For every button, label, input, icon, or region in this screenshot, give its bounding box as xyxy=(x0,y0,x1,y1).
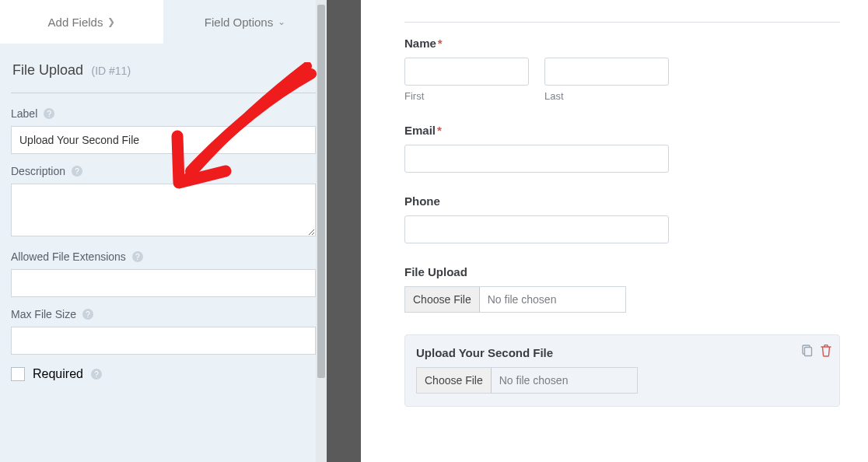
help-icon[interactable]: ? xyxy=(82,309,93,320)
description-row: Description ? xyxy=(11,165,316,177)
no-file-text: No file chosen xyxy=(492,374,576,387)
required-checkbox[interactable] xyxy=(11,367,25,381)
allowed-ext-row: Allowed File Extensions ? xyxy=(11,250,316,263)
description-input[interactable] xyxy=(11,184,316,236)
tab-add-fields[interactable]: Add Fields ❯ xyxy=(0,0,163,44)
file1-label: File Upload xyxy=(404,265,840,278)
required-asterisk: * xyxy=(438,37,443,50)
help-icon[interactable]: ? xyxy=(44,108,54,119)
name-row: First Last xyxy=(404,58,840,102)
phone-label: Phone xyxy=(404,194,840,208)
help-icon[interactable]: ? xyxy=(132,251,143,262)
section-title: File Upload xyxy=(12,62,83,78)
choose-file-button[interactable]: Choose File xyxy=(405,287,480,312)
description-label: Description xyxy=(11,165,65,177)
allowed-ext-input[interactable] xyxy=(11,269,316,297)
card-actions xyxy=(800,345,831,357)
duplicate-icon[interactable] xyxy=(800,345,813,357)
panel-gap xyxy=(327,0,361,462)
required-label: Required xyxy=(33,367,83,381)
section-id: (ID #11) xyxy=(92,65,131,77)
email-input[interactable] xyxy=(404,145,669,173)
required-asterisk: * xyxy=(437,124,442,137)
no-file-text: No file chosen xyxy=(480,293,565,306)
scrollbar-thumb[interactable] xyxy=(317,5,325,378)
max-size-input[interactable] xyxy=(11,327,316,355)
phone-input[interactable] xyxy=(404,215,669,243)
preview-panel: Name* First Last Email* xyxy=(361,0,868,462)
scrollbar[interactable] xyxy=(316,0,327,462)
last-sublabel: Last xyxy=(544,90,669,102)
last-name-input[interactable] xyxy=(544,58,669,86)
form-preview: Name* First Last Email* xyxy=(404,23,840,407)
label-label: Label xyxy=(11,107,37,120)
chevron-down-icon[interactable]: ⌄ xyxy=(305,65,314,77)
field-file-2-selected[interactable]: Upload Your Second File Choose File No f… xyxy=(404,334,840,407)
label-row: Label ? xyxy=(11,107,316,120)
max-size-label: Max File Size xyxy=(11,308,76,320)
field-name: Name* First Last xyxy=(404,37,840,102)
choose-file-button[interactable]: Choose File xyxy=(417,368,492,393)
options-panel: File Upload (ID #11) ⌄ Label ? Descripti… xyxy=(0,44,327,462)
name-label: Name* xyxy=(404,37,840,50)
divider xyxy=(11,93,316,93)
help-icon[interactable]: ? xyxy=(91,369,102,380)
email-label: Email* xyxy=(404,124,840,137)
chevron-right-icon: ❯ xyxy=(107,16,115,27)
app-root: Add Fields ❯ Field Options ⌄ File Upload… xyxy=(0,0,868,462)
section-header[interactable]: File Upload (ID #11) ⌄ xyxy=(11,48,316,85)
first-sublabel: First xyxy=(404,90,529,102)
file2-row: Choose File No file chosen xyxy=(416,367,638,394)
label-input[interactable] xyxy=(11,126,316,154)
left-panel: Add Fields ❯ Field Options ⌄ File Upload… xyxy=(0,0,327,462)
file1-row: Choose File No file chosen xyxy=(404,286,626,313)
allowed-ext-label: Allowed File Extensions xyxy=(11,250,126,263)
file2-label: Upload Your Second File xyxy=(416,346,828,359)
field-email: Email* xyxy=(404,124,840,173)
trash-icon[interactable] xyxy=(821,345,831,357)
max-size-row: Max File Size ? xyxy=(11,308,316,320)
field-file-1: File Upload Choose File No file chosen xyxy=(404,265,840,313)
svg-rect-1 xyxy=(805,348,812,356)
required-row: Required ? xyxy=(11,367,316,381)
tab-field-options[interactable]: Field Options ⌄ xyxy=(163,0,327,44)
tab-add-fields-label: Add Fields xyxy=(48,16,103,29)
chevron-down-icon: ⌄ xyxy=(278,16,285,27)
tabs: Add Fields ❯ Field Options ⌄ xyxy=(0,0,327,44)
help-icon[interactable]: ? xyxy=(72,166,82,177)
field-phone: Phone xyxy=(404,194,840,243)
first-name-input[interactable] xyxy=(404,58,529,86)
tab-field-options-label: Field Options xyxy=(205,16,273,29)
